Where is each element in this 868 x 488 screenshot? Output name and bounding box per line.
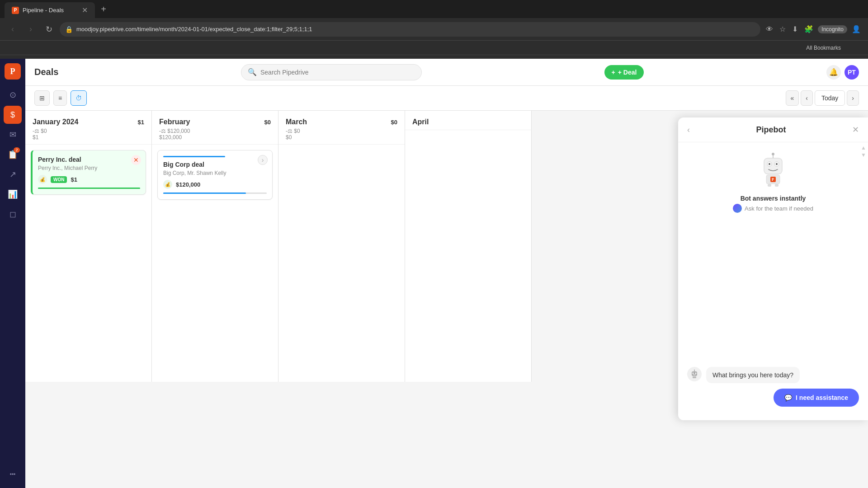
pipebot-assistance-button[interactable]: 💬 I need assistance <box>774 389 859 407</box>
pipebot-back-button[interactable]: ‹ <box>687 125 690 135</box>
pipebot-body: P Bot answers instantly Ask for the team… <box>678 142 868 420</box>
bookmark-icon[interactable]: ☆ <box>778 23 788 35</box>
month-january-subtotal: $1 <box>33 134 144 141</box>
extensions-icon[interactable]: 🧩 <box>802 23 815 35</box>
profile-icon[interactable]: 👤 <box>850 23 863 35</box>
browser-chrome: P Pipeline - Deals ✕ + ‹ › ↻ 🔒 moodjoy.p… <box>0 0 868 59</box>
month-january-total: $1 <box>138 119 144 126</box>
pipebot-title: Pipebot <box>756 125 786 135</box>
pipebot-message-text: What brings you here today? <box>706 367 800 383</box>
top-bar: Deals 🔍 + + Deal 🔔 PT <box>25 59 868 86</box>
month-february-deals: › Big Corp deal Big Corp, Mr. Shawn Kell… <box>152 145 278 205</box>
add-deal-button[interactable]: + + Deal <box>604 65 644 80</box>
active-tab[interactable]: P Pipeline - Deals ✕ <box>5 2 95 18</box>
deal-pipeline-line <box>163 156 225 157</box>
list-icon: ≡ <box>58 94 62 102</box>
top-bar-actions: 🔔 PT <box>826 65 859 80</box>
month-april-name: April <box>412 118 429 126</box>
forward-button[interactable]: › <box>24 22 38 37</box>
deal-currency-icon: 💰 <box>38 175 47 184</box>
deal-action-button[interactable]: › <box>258 155 268 165</box>
sidebar-item-more[interactable]: ••• <box>4 465 22 483</box>
back-button[interactable]: ‹ <box>5 22 20 37</box>
pipebot-close-button[interactable]: ✕ <box>852 125 859 135</box>
pipebot-panel: ▲ ▼ ‹ Pipebot ✕ <box>678 117 868 420</box>
pipebot-chat: What brings you here today? 💬 I need ass… <box>687 226 859 411</box>
deals-icon: $ <box>10 110 15 120</box>
month-april: April <box>405 111 532 382</box>
deal-footer: 💰 $120,000 <box>163 180 267 189</box>
prev-button[interactable]: ‹ <box>801 90 813 106</box>
svg-rect-8 <box>768 184 771 187</box>
svg-point-14 <box>695 373 697 374</box>
sidebar-item-products[interactable]: ◻ <box>4 205 22 223</box>
deal-company: Big Corp, Mr. Shawn Kelly <box>163 170 267 176</box>
contacts-icon: ↗ <box>9 169 16 179</box>
download-icon[interactable]: ⬇ <box>790 23 800 35</box>
month-march-won-lost: -⚖ $0 <box>286 128 397 134</box>
notifications-icon[interactable]: 🔔 <box>826 65 841 80</box>
svg-rect-0 <box>764 158 782 174</box>
bookmarks-label: All Bookmarks <box>806 45 841 51</box>
incognito-badge: Incognito <box>818 25 847 33</box>
deal-value: $1 <box>71 176 77 183</box>
sidebar-item-home[interactable]: ⊙ <box>4 86 22 104</box>
pipebot-message: What brings you here today? <box>687 367 859 383</box>
search-input[interactable] <box>260 69 415 76</box>
chat-icon: 💬 <box>784 394 792 401</box>
search-bar[interactable]: 🔍 <box>241 64 422 80</box>
list-view-button[interactable]: ≡ <box>53 90 67 106</box>
kanban-view-button[interactable]: ⊞ <box>34 90 50 106</box>
month-march-header: March $0 -⚖ $0 $0 <box>278 111 405 145</box>
svg-point-6 <box>772 153 774 155</box>
month-april-header: April <box>405 111 531 130</box>
svg-point-3 <box>769 163 770 165</box>
next-button[interactable]: › <box>847 90 859 106</box>
svg-point-13 <box>693 373 694 374</box>
reload-button[interactable]: ↻ <box>42 22 56 37</box>
month-february: February $0 -⚖ $120,000 $120,000 › Big C… <box>152 111 278 382</box>
month-january-won-lost: -⚖ $0 <box>33 128 144 134</box>
scroll-up-button[interactable]: ▲ <box>861 145 866 151</box>
month-january: January 2024 $1 -⚖ $0 $1 ✕ Perry Inc. de… <box>25 111 152 382</box>
new-tab-button[interactable]: + <box>97 3 110 15</box>
deal-footer: 💰 WON $1 <box>38 175 140 184</box>
deal-name: Perry Inc. deal <box>38 156 140 163</box>
add-icon: + <box>612 69 615 76</box>
today-button[interactable]: Today <box>815 90 845 106</box>
month-january-name: January 2024 <box>33 118 78 126</box>
address-bar[interactable]: 🔒 moodjoy.pipedrive.com/timeline/month/2… <box>60 22 760 37</box>
deal-progress-bar <box>38 188 140 189</box>
timeline-view-button[interactable]: ⏱ <box>71 90 87 106</box>
month-march-deals <box>278 145 405 155</box>
deal-card-bigcorp[interactable]: › Big Corp deal Big Corp, Mr. Shawn Kell… <box>157 150 273 200</box>
month-february-name: February <box>159 118 190 126</box>
tab-close-button[interactable]: ✕ <box>82 6 88 14</box>
app-logo[interactable]: P <box>5 63 21 80</box>
deal-card-perry[interactable]: ✕ Perry Inc. deal Perry Inc., Michael Pe… <box>31 150 146 195</box>
month-february-stats: -⚖ $120,000 $120,000 <box>159 128 271 141</box>
avatar[interactable]: PT <box>844 65 859 80</box>
sidebar-item-deals[interactable]: $ <box>4 106 22 124</box>
svg-rect-17 <box>693 376 696 378</box>
page-title: Deals <box>34 67 58 77</box>
sidebar-item-activities[interactable]: 📋 2 <box>4 145 22 164</box>
products-icon: ◻ <box>9 209 16 219</box>
deal-company: Perry Inc., Michael Perry <box>38 165 140 171</box>
deal-progress-bar <box>163 192 267 194</box>
more-icon: ••• <box>10 471 16 478</box>
tab-favicon: P <box>12 7 19 14</box>
rewind-button[interactable]: « <box>786 90 799 106</box>
sidebar-item-reports[interactable]: 📊 <box>4 185 22 203</box>
pipebot-scroll: ▲ ▼ <box>861 145 866 158</box>
scroll-down-button[interactable]: ▼ <box>861 152 866 158</box>
pipebot-header: ‹ Pipebot ✕ <box>678 117 868 142</box>
kanban-icon: ⊞ <box>39 94 45 102</box>
eye-off-icon[interactable]: 👁 <box>764 23 775 35</box>
sidebar-item-contacts[interactable]: ↗ <box>4 165 22 183</box>
month-january-stats: -⚖ $0 $1 <box>33 128 144 141</box>
sidebar-item-inbox[interactable]: ✉ <box>4 126 22 144</box>
month-march-name: March <box>286 118 307 126</box>
activities-badge: 2 <box>14 147 20 153</box>
deal-cancel-button[interactable]: ✕ <box>131 155 141 165</box>
